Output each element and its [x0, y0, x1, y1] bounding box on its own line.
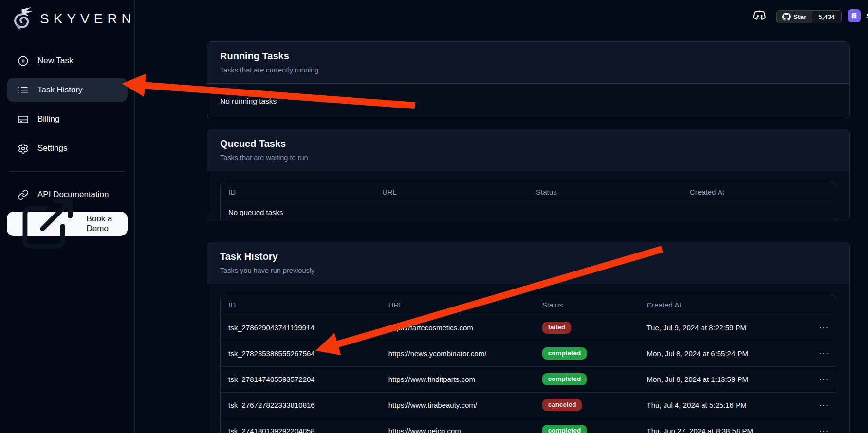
github-star-count: 5,434 — [812, 11, 841, 23]
column-header-created: Created At — [639, 295, 812, 315]
building-icon — [850, 12, 858, 19]
sidebar: SKYVERN New Task Task History Billing Se… — [0, 0, 135, 433]
task-status-cell: completed — [535, 366, 639, 392]
task-actions-cell: ··· — [811, 392, 836, 418]
status-badge: completed — [542, 347, 587, 360]
task-history-header: Task History Tasks you have run previous… — [207, 242, 849, 284]
user-menu[interactable]: S — [848, 9, 868, 22]
task-url-cell: https://www.geico.com — [381, 418, 535, 433]
running-tasks-subtitle: Tasks that are currently running — [220, 66, 836, 74]
column-header-status: Status — [528, 182, 682, 202]
task-row[interactable]: tsk_278629043741199914https://tartecosme… — [221, 315, 836, 341]
task-status-cell: canceled — [535, 392, 639, 418]
github-icon — [782, 13, 791, 21]
avatar — [848, 9, 861, 22]
column-header-actions — [811, 295, 836, 315]
column-header-created: Created At — [682, 182, 836, 202]
status-badge: failed — [542, 322, 571, 334]
task-url-cell: https://www.tirabeauty.com/ — [381, 392, 535, 418]
task-created-cell: Mon, Jul 8, 2024 at 1:13:59 PM — [639, 366, 812, 392]
running-tasks-title: Running Tasks — [220, 51, 836, 62]
task-row[interactable]: tsk_278147405593572204https://www.findit… — [221, 366, 836, 392]
queued-tasks-subtitle: Tasks that are waiting to run — [220, 154, 836, 162]
task-url-cell: https://www.finditparts.com — [381, 366, 535, 392]
task-created-cell: Thu, Jul 4, 2024 at 5:25:16 PM — [639, 392, 812, 418]
task-actions-cell: ··· — [811, 418, 836, 433]
task-actions-cell: ··· — [811, 315, 836, 341]
github-star-label: Star — [794, 13, 806, 20]
external-link-icon — [18, 194, 78, 254]
task-history-table: ID URL Status Created At tsk_27862904374… — [220, 295, 836, 433]
task-created-cell: Thu, Jun 27, 2024 at 8:38:58 PM — [639, 418, 812, 433]
queued-tasks-title: Queued Tasks — [220, 138, 836, 149]
column-header-id: ID — [221, 295, 381, 315]
task-status-cell: completed — [535, 341, 639, 366]
topbar: Star 5,434 S — [135, 0, 868, 32]
queued-empty-row: No queued tasks — [221, 202, 836, 221]
plus-circle-icon — [18, 55, 29, 67]
task-status-cell: completed — [535, 418, 639, 433]
sidebar-item-settings[interactable]: Settings — [7, 136, 128, 161]
queued-tasks-card: Queued Tasks Tasks that are waiting to r… — [207, 129, 850, 221]
credit-card-icon — [18, 114, 29, 125]
task-url-cell: https://news.ycombinator.com/ — [381, 341, 535, 366]
column-header-status: Status — [535, 295, 639, 315]
sidebar-item-label: Settings — [37, 144, 67, 153]
task-id-cell: tsk_278147405593572204 — [221, 366, 381, 392]
row-actions-menu-icon[interactable]: ··· — [819, 323, 829, 332]
sidebar-divider — [10, 171, 125, 172]
status-badge: completed — [542, 425, 587, 433]
brand-name: SKYVERN — [40, 11, 136, 27]
sidebar-item-new-task[interactable]: New Task — [7, 49, 128, 73]
gear-icon — [18, 143, 29, 154]
row-actions-menu-icon[interactable]: ··· — [819, 400, 829, 410]
row-actions-menu-icon[interactable]: ··· — [819, 375, 829, 384]
task-id-cell: tsk_278235388555267564 — [221, 341, 381, 366]
brand-logo: SKYVERN — [7, 5, 128, 35]
queued-empty-text: No queued tasks — [221, 202, 836, 221]
task-status-cell: failed — [535, 315, 639, 341]
task-id-cell: tsk_274180139292204058 — [221, 418, 381, 433]
task-history-subtitle: Tasks you have run previously — [220, 267, 836, 274]
book-a-demo-button[interactable]: Book a Demo — [7, 212, 128, 236]
task-history-card: Task History Tasks you have run previous… — [207, 242, 850, 433]
task-id-cell: tsk_278629043741199914 — [221, 315, 381, 341]
running-tasks-header: Running Tasks Tasks that are currently r… — [207, 42, 849, 84]
list-icon — [18, 85, 29, 96]
task-created-cell: Tue, Jul 9, 2024 at 8:22:59 PM — [639, 315, 812, 341]
column-header-id: ID — [221, 182, 374, 202]
task-row[interactable]: tsk_276727822333810816https://www.tirabe… — [221, 392, 836, 418]
github-star-button[interactable]: Star 5,434 — [776, 10, 842, 23]
column-header-url: URL — [374, 182, 528, 202]
user-name: S — [866, 12, 868, 20]
status-badge: canceled — [542, 399, 582, 411]
sidebar-item-task-history[interactable]: Task History — [7, 78, 128, 102]
discord-icon[interactable] — [752, 8, 768, 24]
running-tasks-card: Running Tasks Tasks that are currently r… — [207, 41, 850, 119]
sidebar-item-label: Billing — [37, 114, 59, 124]
task-row[interactable]: tsk_274180139292204058https://www.geico.… — [221, 418, 836, 433]
row-actions-menu-icon[interactable]: ··· — [819, 349, 829, 358]
sidebar-item-label: New Task — [37, 56, 73, 66]
queued-tasks-header: Queued Tasks Tasks that are waiting to r… — [207, 129, 849, 171]
queued-tasks-table: ID URL Status Created At No queued tasks — [220, 182, 836, 221]
sidebar-item-label: Task History — [37, 85, 83, 95]
task-created-cell: Mon, Jul 8, 2024 at 6:55:24 PM — [639, 341, 812, 366]
history-table-body: tsk_278629043741199914https://tartecosme… — [221, 315, 836, 433]
task-row[interactable]: tsk_278235388555267564https://news.ycomb… — [221, 341, 836, 366]
row-actions-menu-icon[interactable]: ··· — [819, 426, 829, 433]
book-a-demo-label: Book a Demo — [87, 214, 117, 234]
sidebar-item-billing[interactable]: Billing — [7, 107, 128, 131]
status-badge: completed — [542, 373, 587, 385]
skyvern-dragon-icon — [10, 6, 35, 32]
task-actions-cell: ··· — [811, 341, 836, 366]
task-url-cell: https://tartecosmetics.com — [381, 315, 535, 341]
running-tasks-empty: No running tasks — [207, 84, 849, 119]
task-history-title: Task History — [220, 251, 836, 262]
task-actions-cell: ··· — [811, 366, 836, 392]
column-header-url: URL — [381, 295, 535, 315]
task-id-cell: tsk_276727822333810816 — [221, 392, 381, 418]
